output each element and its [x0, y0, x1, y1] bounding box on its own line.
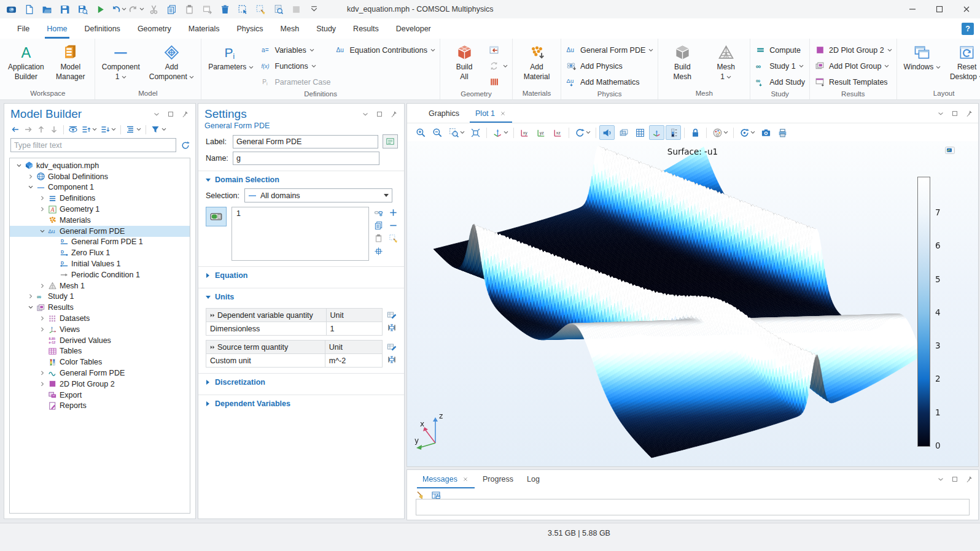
tree-expander[interactable] [38, 370, 47, 376]
transparency-button[interactable] [616, 125, 631, 140]
menu-materials[interactable]: Materials [180, 18, 228, 39]
view-xy-button[interactable]: xy [517, 125, 532, 140]
close-tab-icon[interactable] [462, 476, 469, 483]
tree-item[interactable]: Views [10, 324, 190, 335]
create-selection-button[interactable] [374, 208, 383, 217]
help-button[interactable]: ? [962, 23, 974, 35]
tree-expander[interactable] [38, 228, 47, 234]
insert-sequence-button[interactable] [488, 42, 508, 58]
delete-button[interactable] [217, 2, 233, 17]
tree-item[interactable]: ∞Study 1 [10, 291, 190, 302]
nav-back-button[interactable] [10, 125, 20, 134]
tree-expander[interactable] [38, 206, 47, 212]
snapshot-button[interactable] [758, 125, 774, 140]
tab-plot-1[interactable]: Plot 1 [467, 104, 515, 123]
menu-home[interactable]: Home [38, 18, 76, 39]
qat-more-button[interactable] [306, 2, 322, 17]
section-dependent-variables[interactable]: Dependent Variables [198, 395, 404, 410]
tree-filter-input[interactable] [10, 138, 176, 152]
float-panel-icon[interactable] [375, 110, 384, 118]
close-button[interactable] [953, 0, 980, 18]
add-component-button[interactable]: AddComponent [147, 40, 196, 82]
minimize-button[interactable] [899, 0, 926, 18]
save-find-button[interactable] [74, 2, 91, 17]
tree-expander[interactable] [26, 293, 35, 299]
find-button[interactable] [270, 2, 287, 17]
new-file-button[interactable] [21, 2, 37, 17]
selection-dropdown[interactable]: All domains [244, 188, 392, 202]
reset-desktop-button[interactable]: ResetDesktop [947, 40, 980, 82]
maximize-button[interactable] [926, 0, 953, 18]
float-panel-icon[interactable] [951, 109, 959, 118]
rename-button[interactable] [383, 134, 398, 148]
axis-orientation-button[interactable] [649, 125, 664, 140]
dependent-variable-quantity-table[interactable]: Dependent variable quantityUnitDimension… [206, 308, 383, 336]
tree-item[interactable]: Definitions [10, 193, 190, 204]
study-1-button[interactable]: ∞Study 1 [755, 58, 805, 74]
tree-item[interactable]: Materials [10, 215, 190, 226]
build-mesh-button[interactable]: BuildMesh [663, 40, 702, 82]
pin-icon[interactable] [965, 109, 973, 118]
tree-item[interactable]: Global Definitions [10, 171, 190, 182]
zoom-extents-button[interactable] [468, 125, 483, 140]
tree-expander[interactable] [38, 326, 47, 333]
paste-selection-button[interactable] [374, 234, 383, 243]
move-down-button[interactable] [49, 125, 59, 134]
section-discretization[interactable]: Discretization [198, 374, 404, 389]
menu-study[interactable]: Study [308, 18, 344, 39]
image-properties-button[interactable] [710, 125, 730, 140]
mesh-1-button[interactable]: Mesh1 [706, 40, 745, 82]
application-builder-button[interactable]: AApplicationBuilder [6, 40, 47, 82]
scene-light-button[interactable] [599, 125, 615, 140]
clear-frame-button[interactable] [252, 2, 269, 17]
copy-selection-button[interactable] [374, 221, 383, 230]
panel-menu-icon[interactable] [152, 110, 161, 118]
parameters-button[interactable]: PiParameters [206, 40, 255, 72]
zoom-box-button[interactable] [446, 125, 467, 140]
zoom-out-button[interactable] [430, 125, 445, 140]
tree-item[interactable]: Results [10, 302, 190, 313]
view-xz-button[interactable]: xz [550, 125, 566, 140]
tree-item[interactable]: Datasets [10, 313, 190, 324]
tree-item[interactable]: DGeneral Form PDE 1 [10, 237, 190, 248]
change-unit-button[interactable] [387, 355, 397, 364]
float-panel-icon[interactable] [951, 475, 959, 484]
section-units[interactable]: Units [198, 288, 404, 304]
zoom-in-button[interactable] [413, 125, 429, 140]
add-plot-group-button[interactable]: Add Plot Group [814, 58, 892, 74]
paste-button[interactable] [181, 2, 198, 17]
tab-graphics[interactable]: Graphics [421, 104, 467, 123]
label-input[interactable] [233, 135, 378, 148]
component-1-button[interactable]: Component1 [99, 40, 142, 82]
domain-list-item[interactable]: 1 [236, 209, 364, 218]
color-legend-button[interactable] [666, 125, 681, 140]
tree-item[interactable]: 8.85e-12Derived Values [10, 335, 190, 346]
select-frame-button[interactable] [235, 2, 251, 17]
panel-menu-icon[interactable] [936, 109, 945, 118]
add-material-button[interactable]: AddMaterial [517, 40, 556, 82]
panel-menu-icon[interactable] [936, 475, 945, 484]
nav-forward-button[interactable] [23, 125, 33, 134]
domain-selection-list[interactable]: 1 [231, 207, 369, 261]
run-button[interactable] [92, 2, 109, 17]
add-mathematics-button[interactable]: ΔuAdd Mathematics [566, 74, 653, 90]
clear-selection-button[interactable] [389, 234, 398, 243]
move-up-button[interactable] [36, 125, 46, 134]
edit-table-button[interactable] [387, 310, 397, 320]
tree-item[interactable]: Export [10, 390, 190, 401]
surface-plot-canvas[interactable] [407, 141, 978, 466]
tree-item[interactable]: Color Tables [10, 356, 190, 368]
menu-physics[interactable]: Physics [228, 18, 271, 39]
compute-button[interactable]: Compute [755, 42, 805, 58]
tree-item[interactable]: DInitial Values 1 [10, 258, 190, 269]
tree-item[interactable]: General Form PDE [10, 368, 190, 379]
tree-expander[interactable] [26, 174, 35, 180]
tree-item[interactable]: Tables [10, 346, 190, 357]
source-term-quantity-table[interactable]: Source term quantityUnitCustom unitm^-2 [206, 340, 383, 368]
tree-expander[interactable] [38, 381, 47, 387]
tab-log[interactable]: Log [520, 470, 546, 488]
save-button[interactable] [56, 2, 73, 17]
expand-all-button[interactable] [81, 125, 97, 134]
tree-expander[interactable] [38, 195, 47, 201]
menu-geometry[interactable]: Geometry [129, 18, 180, 39]
